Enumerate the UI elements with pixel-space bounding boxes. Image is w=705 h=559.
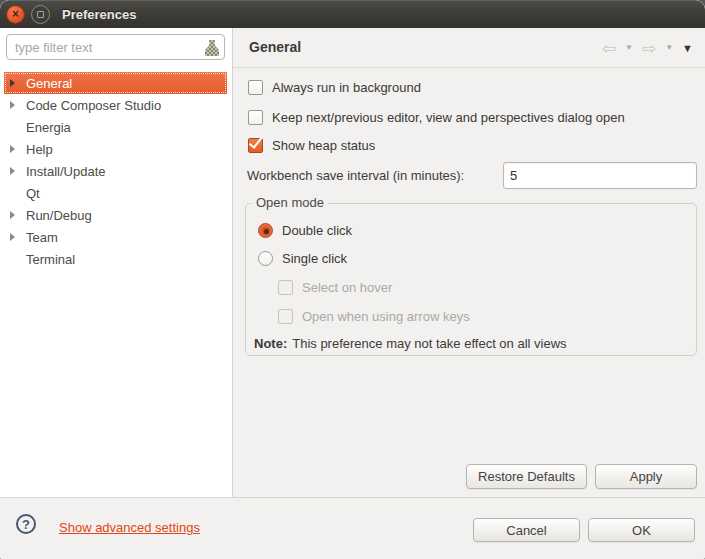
cancel-button[interactable]: Cancel (473, 518, 580, 542)
sidebar-item-label: Help (26, 142, 53, 157)
checkbox-label: Show heap status (272, 138, 375, 153)
radio-button[interactable] (258, 251, 273, 266)
sidebar-item-label: General (26, 76, 72, 91)
sidebar-item-terminal[interactable]: Terminal (4, 248, 227, 270)
filter-input[interactable] (6, 34, 225, 60)
radio-label: Double click (282, 223, 352, 238)
sidebar-item-code-composer-studio[interactable]: Code Composer Studio (4, 94, 227, 116)
sidebar-item-label: Terminal (26, 252, 75, 267)
radio-label: Single click (282, 251, 347, 266)
sidebar-item-energia[interactable]: Energia (4, 116, 227, 138)
sidebar-item-help[interactable]: Help (4, 138, 227, 160)
checkbox[interactable] (248, 80, 263, 95)
save-interval-input[interactable] (503, 162, 697, 189)
note-label: Note: (254, 336, 287, 351)
forward-icon[interactable]: ⇨ (642, 40, 656, 57)
save-interval-row: Workbench save interval (in minutes): (247, 168, 464, 183)
help-icon[interactable]: ? (16, 514, 36, 534)
radio-row-double-click: Double click (258, 223, 352, 238)
checkbox-row-select-on-hover: Select on hover (278, 280, 392, 295)
restore-defaults-button[interactable]: Restore Defaults (466, 464, 587, 489)
sidebar-item-label: Energia (26, 120, 71, 135)
checkbox-row-show-heap-status: Show heap status (248, 138, 375, 153)
sidebar-item-qt[interactable]: Qt (4, 182, 227, 204)
close-icon[interactable]: × (6, 5, 25, 24)
preferences-tree: General Code Composer Studio Energia Hel… (0, 72, 231, 270)
group-legend: Open mode (252, 195, 328, 210)
expand-arrow-icon[interactable] (10, 145, 15, 153)
sidebar: General Code Composer Studio Energia Hel… (0, 28, 233, 497)
checkbox-row-open-arrow-keys: Open when using arrow keys (278, 309, 470, 324)
checkbox (278, 309, 293, 324)
back-icon[interactable]: ⇦ (602, 40, 616, 57)
sidebar-item-team[interactable]: Team (4, 226, 227, 248)
expand-arrow-icon[interactable] (10, 101, 15, 109)
checkbox (278, 280, 293, 295)
note-row: Note: This preference may not take effec… (254, 336, 567, 351)
sidebar-item-run-debug[interactable]: Run/Debug (4, 204, 227, 226)
checkbox-row-keep-dialog-open: Keep next/previous editor, view and pers… (248, 110, 625, 125)
expand-arrow-icon[interactable] (10, 211, 15, 219)
apply-button[interactable]: Apply (595, 464, 697, 489)
footer: ? Show advanced settings Cancel OK (0, 497, 705, 559)
forward-dropdown-icon[interactable]: ▼ (665, 44, 673, 52)
radio-row-single-click: Single click (258, 251, 347, 266)
checkbox[interactable] (248, 138, 263, 153)
back-dropdown-icon[interactable]: ▼ (625, 44, 633, 52)
checkbox-label: Select on hover (302, 280, 392, 295)
sidebar-item-install-update[interactable]: Install/Update (4, 160, 227, 182)
history-nav: ⇦ ▼ ⇨ ▼ ▼ (602, 36, 693, 60)
page-title: General (249, 39, 301, 55)
sidebar-item-label: Run/Debug (26, 208, 92, 223)
note-text: This preference may not take effect on a… (292, 336, 566, 351)
view-menu-icon[interactable]: ▼ (682, 43, 693, 54)
panel-header: General ⇦ ▼ ⇨ ▼ ▼ (233, 28, 705, 68)
sidebar-item-label: Team (26, 230, 58, 245)
ok-button[interactable]: OK (588, 518, 695, 542)
expand-arrow-icon[interactable] (10, 167, 15, 175)
sidebar-item-general[interactable]: General (4, 72, 227, 94)
sidebar-item-label: Qt (26, 186, 40, 201)
checkbox-label: Open when using arrow keys (302, 309, 470, 324)
checkbox[interactable] (248, 110, 263, 125)
sidebar-item-label: Install/Update (26, 164, 106, 179)
maximize-icon[interactable] (31, 5, 50, 24)
expand-arrow-icon[interactable] (10, 79, 15, 87)
general-preferences-panel: General ⇦ ▼ ⇨ ▼ ▼ Always run in backgrou… (233, 28, 705, 497)
titlebar[interactable]: × Preferences (0, 0, 705, 28)
window-title: Preferences (62, 7, 136, 22)
sidebar-item-label: Code Composer Studio (26, 98, 161, 113)
open-mode-group: Open mode Double click Single click Sele… (245, 203, 697, 356)
checkbox-label: Always run in background (272, 80, 421, 95)
radio-button[interactable] (258, 223, 273, 238)
checkbox-label: Keep next/previous editor, view and pers… (272, 110, 625, 125)
checkbox-row-always-run: Always run in background (248, 80, 421, 95)
save-interval-label: Workbench save interval (in minutes): (247, 168, 464, 183)
show-advanced-settings-link[interactable]: Show advanced settings (59, 520, 200, 535)
expand-arrow-icon[interactable] (10, 233, 15, 241)
preferences-dialog: × Preferences General Code Composer Stud… (0, 0, 705, 559)
maximize-square-glyph (37, 11, 44, 18)
